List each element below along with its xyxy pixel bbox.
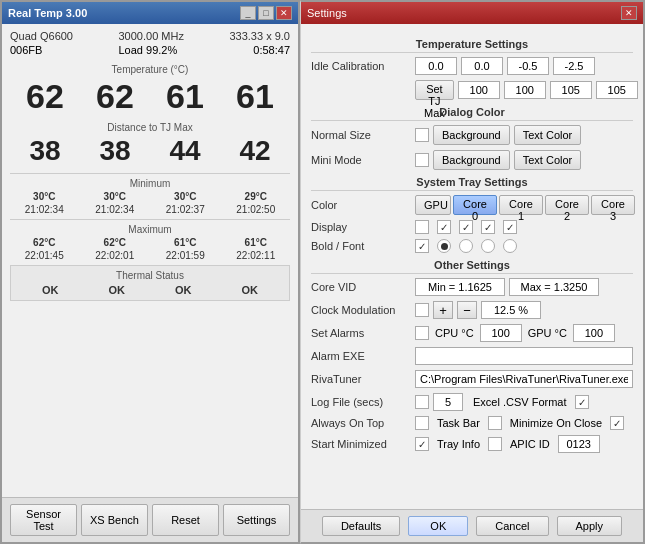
log-file-val[interactable] <box>433 393 463 411</box>
mini-mode-label: Mini Mode <box>311 154 411 166</box>
mini-text-color-button[interactable]: Text Color <box>514 150 582 170</box>
min-time-2: 21:02:37 <box>151 204 220 215</box>
start-minimized-check[interactable] <box>415 437 429 451</box>
log-file-row: Log File (secs) Excel .CSV Format <box>311 393 633 411</box>
apic-val[interactable] <box>558 435 600 453</box>
normal-size-checkbox[interactable] <box>415 128 429 142</box>
settings-body: Temperature Settings Idle Calibration Se… <box>301 24 643 509</box>
excel-check[interactable] <box>575 395 589 409</box>
font-radio-1[interactable] <box>459 239 473 253</box>
distance-row: 38 38 44 42 <box>10 135 290 167</box>
bold-font-controls <box>415 239 517 253</box>
cpu-alarm-val[interactable] <box>480 324 522 342</box>
maximize-button[interactable]: □ <box>258 6 274 20</box>
minimum-grid: 30°C 30°C 30°C 29°C 21:02:34 21:02:34 21… <box>10 191 290 215</box>
core2-button[interactable]: Core 2 <box>545 195 589 215</box>
cpu-alarm-label: CPU °C <box>435 327 474 339</box>
display-check-3[interactable] <box>481 220 495 234</box>
idle-cal-3[interactable] <box>553 57 595 75</box>
temp-2: 61 <box>150 77 220 116</box>
tj-val-3[interactable] <box>596 81 638 99</box>
idle-cal-1[interactable] <box>461 57 503 75</box>
minimize-button[interactable]: _ <box>240 6 256 20</box>
cancel-button[interactable]: Cancel <box>476 516 548 536</box>
idle-cal-0[interactable] <box>415 57 457 75</box>
settings-button[interactable]: Settings <box>223 504 290 536</box>
task-bar-check[interactable] <box>488 416 502 430</box>
ok-button[interactable]: OK <box>408 516 468 536</box>
always-top-row: Always On Top Task Bar Minimize On Close <box>311 416 633 430</box>
thermal-1: OK <box>109 284 126 296</box>
bold-font-label: Bold / Font <box>311 240 411 252</box>
display-check-1[interactable] <box>437 220 451 234</box>
maximum-grid: 62°C 62°C 61°C 61°C 22:01:45 22:02:01 22… <box>10 237 290 261</box>
log-file-check[interactable] <box>415 395 429 409</box>
minimize-close-check[interactable] <box>610 416 624 430</box>
divider-min <box>10 173 290 174</box>
reset-button[interactable]: Reset <box>152 504 219 536</box>
clock-mod-minus[interactable]: − <box>457 301 477 319</box>
temp-settings-header: Temperature Settings <box>311 38 633 53</box>
xs-bench-button[interactable]: XS Bench <box>81 504 148 536</box>
font-radio-0[interactable] <box>437 239 451 253</box>
min-2: 30°C <box>151 191 220 202</box>
normal-bg-button[interactable]: Background <box>433 125 510 145</box>
clock-mod-check[interactable] <box>415 303 429 317</box>
distance-label: Distance to TJ Max <box>10 122 290 133</box>
core3-button[interactable]: Core 3 <box>591 195 635 215</box>
close-button[interactable]: ✕ <box>276 6 292 20</box>
cpu-load: Load 99.2% <box>119 44 178 56</box>
display-check-2[interactable] <box>459 220 473 234</box>
always-top-label: Always On Top <box>311 417 411 429</box>
set-tj-max-button[interactable]: Set TJ Max <box>415 80 454 100</box>
thermal-2: OK <box>175 284 192 296</box>
left-panel: Real Temp 3.00 _ □ ✕ Quad Q6600 3000.00 … <box>0 0 300 544</box>
bold-check[interactable] <box>415 239 429 253</box>
rivatuner-row: RivaTuner <box>311 370 633 388</box>
always-top-check[interactable] <box>415 416 429 430</box>
core-vid-max[interactable] <box>509 278 599 296</box>
tray-info-check[interactable] <box>488 437 502 451</box>
gpu-button[interactable]: GPU <box>415 195 451 215</box>
normal-text-color-button[interactable]: Text Color <box>514 125 582 145</box>
defaults-button[interactable]: Defaults <box>322 516 400 536</box>
clock-mod-plus[interactable]: + <box>433 301 453 319</box>
gpu-alarm-val[interactable] <box>573 324 615 342</box>
idle-cal-label: Idle Calibration <box>311 60 411 72</box>
alarm-exe-label: Alarm EXE <box>311 350 411 362</box>
max-time-1: 22:02:01 <box>81 250 150 261</box>
display-row: Display <box>311 220 633 234</box>
settings-title-bar: Settings ✕ <box>301 2 643 24</box>
display-label: Display <box>311 221 411 233</box>
core-vid-min[interactable] <box>415 278 505 296</box>
tj-val-1[interactable] <box>504 81 546 99</box>
display-check-0[interactable] <box>415 220 429 234</box>
core0-button[interactable]: Core 0 <box>453 195 497 215</box>
apply-button[interactable]: Apply <box>557 516 623 536</box>
sensor-test-button[interactable]: Sensor Test <box>10 504 77 536</box>
tray-info-label: Tray Info <box>437 438 480 450</box>
settings-close-button[interactable]: ✕ <box>621 6 637 20</box>
thermal-0: OK <box>42 284 59 296</box>
font-radio-2[interactable] <box>481 239 495 253</box>
display-check-4[interactable] <box>503 220 517 234</box>
mini-mode-checkbox[interactable] <box>415 153 429 167</box>
tj-val-2[interactable] <box>550 81 592 99</box>
clock-mod-value[interactable] <box>481 301 541 319</box>
alarm-exe-input[interactable] <box>415 347 633 365</box>
font-radio-3[interactable] <box>503 239 517 253</box>
mini-bg-button[interactable]: Background <box>433 150 510 170</box>
min-time-3: 21:02:50 <box>222 204 291 215</box>
rivatuner-path[interactable] <box>415 370 633 388</box>
dist-1: 38 <box>80 135 150 167</box>
core1-button[interactable]: Core 1 <box>499 195 543 215</box>
alarms-check[interactable] <box>415 326 429 340</box>
idle-cal-2[interactable] <box>507 57 549 75</box>
tj-val-0[interactable] <box>458 81 500 99</box>
dist-2: 44 <box>150 135 220 167</box>
normal-size-row: Normal Size Background Text Color <box>311 125 633 145</box>
dialog-color-header: Dialog Color <box>311 106 633 121</box>
max-time-3: 22:02:11 <box>222 250 291 261</box>
core-vid-label: Core VID <box>311 281 411 293</box>
max-time-2: 22:01:59 <box>151 250 220 261</box>
